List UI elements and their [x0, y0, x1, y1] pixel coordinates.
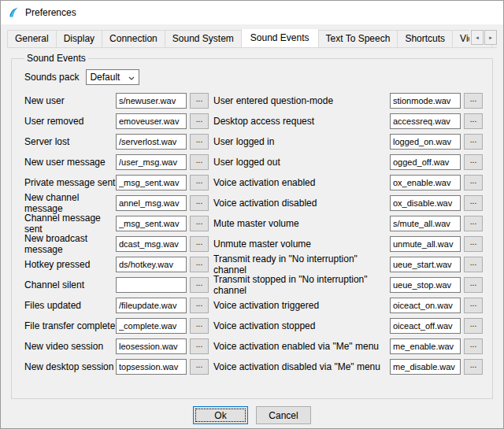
- browse-button[interactable]: ...: [190, 236, 209, 252]
- sound-file-input[interactable]: [116, 318, 187, 334]
- browse-button[interactable]: ...: [190, 277, 209, 293]
- sounds-pack-label: Sounds pack: [24, 72, 79, 83]
- sound-file-input[interactable]: [390, 318, 461, 334]
- sound-events-column-right: User entered question-mode...Desktop acc…: [213, 91, 483, 377]
- sound-event-row: New broadcast message...: [24, 234, 209, 254]
- sound-file-input[interactable]: [390, 236, 461, 252]
- browse-button[interactable]: ...: [190, 318, 209, 334]
- browse-button[interactable]: ...: [190, 175, 209, 190]
- sound-file-input[interactable]: [116, 113, 187, 129]
- sound-event-row: Hotkey pressed...: [24, 254, 209, 275]
- sound-file-input[interactable]: [390, 154, 461, 170]
- browse-button[interactable]: ...: [190, 154, 209, 170]
- sound-event-label: Channel message sent: [24, 213, 116, 235]
- sound-event-row: User entered question-mode...: [213, 91, 483, 111]
- browse-button[interactable]: ...: [190, 216, 209, 231]
- sound-event-label: Channel silent: [24, 279, 116, 290]
- sound-event-row: New desktop session...: [24, 357, 209, 377]
- sound-file-input[interactable]: [390, 277, 461, 293]
- sound-event-row: File transfer complete...: [24, 316, 209, 336]
- sound-event-row: Voice activation enabled via "Me" menu..…: [213, 336, 483, 357]
- sound-event-label: Private message sent: [24, 177, 116, 188]
- browse-button[interactable]: ...: [190, 113, 209, 129]
- browse-button[interactable]: ...: [464, 257, 483, 272]
- sound-file-input[interactable]: [116, 175, 187, 190]
- tab-text-to-speech[interactable]: Text To Speech: [318, 30, 398, 47]
- tab-connection[interactable]: Connection: [102, 30, 165, 47]
- sound-event-row: New user...: [24, 91, 209, 111]
- sound-file-input[interactable]: [116, 257, 187, 272]
- sound-event-label: File transfer complete: [24, 320, 116, 331]
- browse-button[interactable]: ...: [464, 154, 483, 170]
- sound-event-row: Unmute master volume...: [213, 234, 483, 254]
- browse-button[interactable]: ...: [190, 134, 209, 150]
- sound-file-input[interactable]: [390, 175, 461, 190]
- sound-file-input[interactable]: [116, 134, 187, 150]
- sound-event-label: User logged out: [213, 157, 390, 168]
- tab-display[interactable]: Display: [56, 30, 102, 47]
- browse-button[interactable]: ...: [464, 93, 483, 109]
- sound-event-row: Voice activation stopped...: [213, 316, 483, 336]
- sound-file-input[interactable]: [390, 113, 461, 129]
- sound-file-input[interactable]: [116, 236, 187, 252]
- sound-file-input[interactable]: [390, 195, 461, 211]
- sound-file-input[interactable]: [116, 195, 187, 211]
- sound-file-input[interactable]: [390, 134, 461, 150]
- browse-button[interactable]: ...: [190, 338, 209, 354]
- browse-button[interactable]: ...: [464, 338, 483, 354]
- sound-event-row: Server lost...: [24, 131, 209, 152]
- sound-event-label: Voice activation disabled: [213, 198, 390, 209]
- sound-file-input[interactable]: [116, 154, 187, 170]
- preferences-window: Preferences GeneralDisplayConnectionSoun…: [0, 0, 504, 429]
- sound-file-input[interactable]: [116, 359, 187, 375]
- sound-file-input[interactable]: [390, 216, 461, 231]
- browse-button[interactable]: ...: [464, 318, 483, 334]
- sound-file-input[interactable]: [390, 257, 461, 272]
- sound-event-label: Hotkey pressed: [24, 259, 116, 270]
- chevron-down-icon: [128, 72, 135, 83]
- tab-sound-system[interactable]: Sound System: [165, 30, 242, 47]
- tab-shortcuts[interactable]: Shortcuts: [397, 30, 453, 47]
- titlebar[interactable]: Preferences: [1, 1, 503, 24]
- tab-sound-events[interactable]: Sound Events: [241, 29, 319, 48]
- sound-file-input[interactable]: [116, 216, 187, 231]
- sound-file-input[interactable]: [116, 93, 187, 109]
- sound-file-input[interactable]: [116, 277, 187, 293]
- browse-button[interactable]: ...: [464, 195, 483, 211]
- tab-scroll-left-button[interactable]: ◂: [471, 30, 484, 45]
- sound-event-label: Voice activation enabled via "Me" menu: [213, 341, 390, 352]
- browse-button[interactable]: ...: [464, 175, 483, 190]
- sound-file-input[interactable]: [390, 359, 461, 375]
- cancel-button[interactable]: Cancel: [256, 406, 311, 424]
- sound-file-input[interactable]: [116, 338, 187, 354]
- browse-button[interactable]: ...: [464, 277, 483, 293]
- browse-button[interactable]: ...: [464, 134, 483, 150]
- sound-file-input[interactable]: [390, 93, 461, 109]
- sound-events-group: Sound Events Sounds pack Default New use…: [11, 53, 493, 399]
- browse-button[interactable]: ...: [190, 359, 209, 375]
- sound-event-label: Transmit ready in "No interruption" chan…: [213, 253, 390, 276]
- sound-event-row: Voice activation triggered...: [213, 295, 483, 316]
- group-title: Sound Events: [24, 53, 88, 64]
- tab-general[interactable]: General: [7, 30, 57, 47]
- browse-button[interactable]: ...: [190, 93, 209, 109]
- browse-button[interactable]: ...: [464, 236, 483, 252]
- ok-button[interactable]: Ok: [193, 406, 248, 424]
- tab-scroll-right-button[interactable]: ▸: [484, 30, 497, 45]
- sound-event-label: Desktop access request: [213, 116, 390, 127]
- browse-button[interactable]: ...: [190, 298, 209, 313]
- sound-file-input[interactable]: [116, 298, 187, 313]
- sounds-pack-select[interactable]: Default: [86, 69, 139, 85]
- browse-button[interactable]: ...: [190, 195, 209, 211]
- browse-button[interactable]: ...: [464, 113, 483, 129]
- browse-button[interactable]: ...: [464, 359, 483, 375]
- sound-event-label: New desktop session: [24, 361, 116, 372]
- browse-button[interactable]: ...: [464, 298, 483, 313]
- sound-event-row: User logged out...: [213, 152, 483, 172]
- sound-event-label: Files updated: [24, 300, 116, 311]
- sound-file-input[interactable]: [390, 298, 461, 313]
- browse-button[interactable]: ...: [464, 216, 483, 231]
- sound-file-input[interactable]: [390, 338, 461, 354]
- sound-event-label: Server lost: [24, 136, 116, 147]
- browse-button[interactable]: ...: [190, 257, 209, 272]
